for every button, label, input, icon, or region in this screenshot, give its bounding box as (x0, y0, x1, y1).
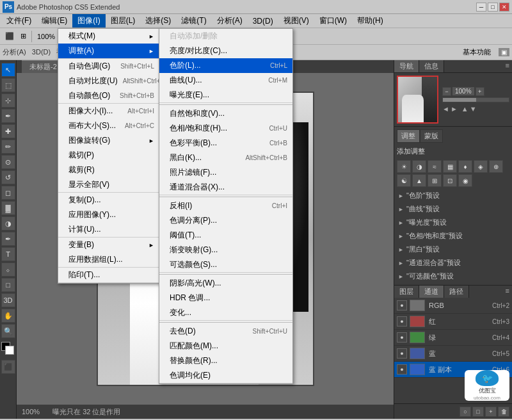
tool-btn-2[interactable]: ⊞ (18, 31, 29, 41)
tool-3d[interactable]: 3D (1, 293, 15, 307)
tool-text[interactable]: T (1, 247, 15, 261)
zoom-level[interactable]: 100% (35, 32, 58, 41)
tool-crop[interactable]: ⊹ (1, 93, 15, 108)
pan-right-btn[interactable]: ► (451, 105, 458, 113)
ch-panel-menu[interactable]: ≡ (503, 286, 512, 298)
menu-item-image-size[interactable]: 图像大小(I)...Alt+Ctrl+I (58, 104, 159, 118)
adj-brightness[interactable]: 亮度/对比度(C)... (159, 44, 292, 58)
adj-replace-color[interactable]: 替换颜色(R)... (159, 353, 292, 368)
tool-zoom[interactable]: 🔍 (1, 324, 15, 338)
channel-visibility[interactable]: ● (397, 348, 407, 359)
ch-tab-layers[interactable]: 图层 (394, 286, 419, 298)
adj-option-item[interactable]: ►"色阶"预设 (397, 190, 509, 202)
tool-stamp[interactable]: ⊙ (1, 155, 15, 169)
zoom-in-btn[interactable]: + (476, 87, 484, 96)
window-controls[interactable]: ─ □ ✕ (476, 3, 509, 12)
menu-item-auto-contrast[interactable]: 自动对比度(U)AltShift+Ctrl+L (58, 74, 159, 88)
adj-desaturate[interactable]: 去色(D)Shift+Ctrl+U (159, 324, 292, 339)
adj-match-color[interactable]: 匹配颜色(M)... (159, 339, 292, 353)
adjust-submenu[interactable]: 自动添加/删除 亮度/对比度(C)... 色阶(L)...Ctrl+L 曲线(U… (159, 28, 293, 384)
adj-option-item[interactable]: ►"曲线"预设 (397, 203, 509, 215)
workspace-display[interactable]: ▣ (499, 48, 509, 56)
zoom-slider[interactable] (442, 97, 509, 102)
zoom-out-btn[interactable]: − (442, 87, 451, 96)
menu-filter[interactable]: 滤镜(T) (176, 14, 211, 28)
tool-lasso[interactable]: ⬚ (1, 78, 15, 92)
adj-threshold[interactable]: 阈值(T)... (159, 228, 292, 243)
adj-option-item[interactable]: ►"通道混合器"预设 (397, 257, 509, 269)
menu-item-apply-image[interactable]: 应用图像(Y)... (58, 207, 159, 222)
adj-hdr-toning[interactable]: HDR 色调... (159, 291, 292, 305)
ch-tab-paths[interactable]: 路径 (444, 286, 469, 298)
save-channel-btn[interactable]: □ (472, 407, 484, 417)
menu-help[interactable]: 帮助(H) (352, 14, 388, 28)
delete-channel-btn[interactable]: 🗑 (498, 407, 509, 417)
tool-mask[interactable]: ⬛ (1, 360, 15, 374)
adj-icon-btn[interactable]: ☯ (397, 174, 411, 187)
channel-visibility[interactable]: ● (397, 300, 407, 311)
menu-edit[interactable]: 编辑(E) (36, 14, 72, 28)
adj-option-item[interactable]: ►"可选颜色"预设 (397, 270, 509, 282)
menu-item-mode[interactable]: 模式(M) (58, 29, 159, 44)
adj-option-item[interactable]: ►"曝光度"预设 (397, 216, 509, 229)
tool-path[interactable]: ⬦ (1, 262, 15, 277)
adj-curves[interactable]: 曲线(U)...Ctrl+M (159, 73, 292, 88)
load-channel-btn[interactable]: ○ (460, 407, 471, 417)
channel-visibility[interactable]: ● (397, 364, 407, 375)
adj-icon-btn[interactable]: ☀ (397, 160, 411, 173)
tool-history[interactable]: ↺ (1, 170, 15, 184)
tool-eyedrop[interactable]: ✒ (1, 109, 15, 123)
adj-posterize[interactable]: 色调分离(P)... (159, 213, 292, 228)
tool-hand[interactable]: ✋ (1, 309, 15, 323)
adj-icon-btn[interactable]: ◑ (412, 160, 426, 173)
adj-option-item[interactable]: ►"黑白"预设 (397, 243, 509, 255)
tool-shape[interactable]: □ (1, 278, 15, 292)
menu-item-variables[interactable]: 变量(B) (58, 238, 159, 252)
tab-info[interactable]: 信息 (419, 60, 444, 72)
adj-channel-mixer[interactable]: 通道混合器(X)... (159, 180, 292, 195)
tool-select[interactable]: ↖ (1, 63, 15, 77)
channel-row[interactable]: ● 红 Ctrl+3 (394, 314, 512, 330)
menu-analyze[interactable]: 分析(A) (212, 14, 248, 28)
adj-tab-mask[interactable]: 蒙版 (420, 129, 443, 143)
adj-icon-btn[interactable]: ⊡ (443, 174, 457, 187)
adj-color-balance[interactable]: 色彩平衡(B)...Ctrl+B (159, 136, 292, 150)
adj-bw[interactable]: 黑白(K)...AltShift+Ctrl+B (159, 150, 292, 165)
close-button[interactable]: ✕ (499, 3, 509, 12)
ch-tab-channels[interactable]: 通道 (419, 286, 444, 298)
adj-variations[interactable]: 变化... (159, 305, 292, 320)
minimize-button[interactable]: ─ (476, 3, 486, 12)
adj-gradient-map[interactable]: 渐变映射(G)... (159, 243, 292, 257)
adj-invert[interactable]: 反相(I)Ctrl+I (159, 198, 292, 213)
tab-navigator[interactable]: 导航 (394, 60, 419, 72)
menu-item-canvas-size[interactable]: 画布大小(S)...Alt+Ctrl+C (58, 118, 159, 133)
tool-brush[interactable]: ✏ (1, 140, 15, 154)
channel-row[interactable]: ● 蓝 Ctrl+5 (394, 346, 512, 362)
menu-item-reveal-all[interactable]: 显示全部(V) (58, 177, 159, 192)
tool-eraser[interactable]: ◻ (1, 186, 15, 200)
adj-icon-btn[interactable]: ⊞ (428, 174, 442, 187)
maximize-button[interactable]: □ (488, 3, 498, 12)
image-dropdown-menu[interactable]: 模式(M) 调整(A) 自动色调(G)Shift+Ctrl+L 自动对比度(U)… (58, 28, 160, 284)
channel-visibility[interactable]: ● (397, 332, 407, 343)
adj-levels[interactable]: 色阶(L)...Ctrl+L (159, 58, 292, 73)
adj-selective-color[interactable]: 可选颜色(S)... (159, 257, 292, 272)
tool-pen[interactable]: ✒ (1, 232, 15, 246)
adj-equalize[interactable]: 色调均化(E) (159, 368, 292, 383)
adj-vibrance[interactable]: 自然饱和度(V)... (159, 106, 292, 121)
menu-image[interactable]: 图像(I) (72, 14, 105, 28)
panel-menu-btn[interactable]: ≡ (503, 60, 512, 72)
adj-icon-btn[interactable]: ⊕ (489, 160, 503, 173)
channel-visibility[interactable]: ● (397, 316, 407, 327)
tool-heal[interactable]: ✚ (1, 124, 15, 138)
adj-icon-btn[interactable]: ◉ (458, 174, 472, 187)
menu-view[interactable]: 视图(V) (278, 14, 314, 28)
tool-btn-1[interactable]: ⬛ (3, 31, 17, 41)
menu-item-rotate[interactable]: 图像旋转(G) (58, 133, 159, 148)
adj-photo-filter[interactable]: 照片滤镜(F)... (159, 165, 292, 180)
menu-window[interactable]: 窗口(W) (314, 14, 352, 28)
adj-icon-btn[interactable]: ▦ (443, 160, 457, 173)
tool-dodge[interactable]: ◑ (1, 216, 15, 230)
tool-gradient[interactable]: ▓ (1, 201, 15, 215)
menu-file[interactable]: 文件(F) (1, 14, 36, 28)
